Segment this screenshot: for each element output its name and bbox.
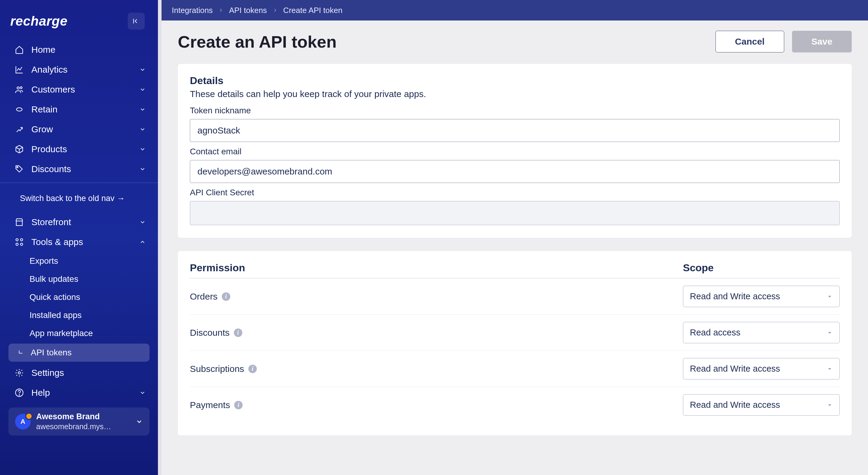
svg-point-0: [17, 87, 20, 89]
permission-col-header: Permission: [190, 262, 683, 274]
chevron-up-icon: [139, 239, 146, 245]
sidebar-item-customers[interactable]: Customers: [0, 80, 158, 99]
scope-select-subscriptions[interactable]: Read and Write access: [683, 358, 840, 379]
svg-point-9: [19, 395, 20, 395]
info-icon[interactable]: i: [234, 328, 242, 337]
permission-row-discounts: Discounts i Read access: [190, 315, 840, 351]
breadcrumb-separator-icon: [270, 7, 280, 13]
contact-email-input[interactable]: [190, 160, 840, 183]
sidebar-item-analytics[interactable]: Analytics: [0, 60, 158, 80]
select-value: Read and Write access: [690, 291, 780, 302]
sidebar-item-label: Settings: [31, 368, 146, 378]
caret-down-icon: [827, 330, 833, 336]
sidebar-subitem-bulk-updates[interactable]: Bulk updates: [0, 270, 158, 288]
permission-row-subscriptions: Subscriptions i Read and Write access: [190, 351, 840, 387]
permission-card: Permission Scope Orders i Read and Write…: [178, 251, 852, 436]
breadcrumb-integrations[interactable]: Integrations: [172, 6, 213, 15]
info-icon[interactable]: i: [222, 292, 230, 301]
store-avatar: A: [15, 414, 31, 430]
sidebar-item-retain[interactable]: Retain: [0, 99, 158, 119]
tools-icon: [14, 238, 25, 247]
info-icon[interactable]: i: [234, 401, 243, 409]
breadcrumb-separator-icon: [216, 7, 226, 13]
store-name: Awesome Brand: [36, 412, 130, 422]
sidebar-item-tools[interactable]: Tools & apps: [0, 232, 158, 252]
select-value: Read and Write access: [690, 364, 780, 374]
save-button[interactable]: Save: [792, 31, 852, 53]
help-icon: [14, 388, 25, 397]
svg-point-6: [21, 243, 23, 246]
caret-down-icon: [827, 293, 833, 299]
sidebar-item-label: API tokens: [31, 348, 71, 357]
token-nickname-input[interactable]: [190, 119, 840, 142]
sidebar-item-label: Home: [31, 44, 146, 55]
permission-name: Discounts: [190, 328, 230, 338]
sidebar-item-label: Tools & apps: [31, 237, 133, 247]
scope-select-payments[interactable]: Read and Write access: [683, 394, 840, 416]
storefront-icon: [14, 218, 25, 227]
sidebar-item-discounts[interactable]: Discounts: [0, 159, 158, 179]
permission-row-orders: Orders i Read and Write access: [190, 279, 840, 315]
breadcrumb: Integrations API tokens Create API token: [161, 0, 868, 21]
subitem-marker-icon: [18, 349, 25, 356]
card-subtitle: These details can help you keep track of…: [190, 89, 840, 99]
switch-old-nav-link[interactable]: Switch back to the old nav →: [0, 191, 158, 212]
analytics-icon: [14, 65, 25, 74]
permission-name: Subscriptions: [190, 364, 244, 374]
store-url: awesomebrand.mys…: [36, 422, 130, 431]
secret-label: API Client Secret: [190, 188, 840, 197]
permission-name: Payments: [190, 400, 230, 410]
sidebar-item-label: Products: [31, 144, 133, 154]
svg-point-3: [16, 239, 19, 241]
sidebar-item-help[interactable]: Help: [0, 383, 158, 403]
sidebar-subitem-api-tokens[interactable]: API tokens: [8, 344, 150, 362]
chevron-down-icon: [139, 66, 146, 73]
info-icon[interactable]: i: [248, 365, 257, 373]
sidebar-item-label: Retain: [31, 104, 133, 115]
sidebar-item-storefront[interactable]: Storefront: [0, 212, 158, 232]
store-switcher[interactable]: A Awesome Brand awesomebrand.mys…: [8, 408, 150, 436]
scope-select-orders[interactable]: Read and Write access: [683, 286, 840, 307]
chevron-down-icon: [135, 418, 143, 425]
sidebar-item-products[interactable]: Products: [0, 139, 158, 159]
sidebar-item-label: Help: [31, 388, 133, 398]
sidebar-subitem-installed-apps[interactable]: Installed apps: [0, 306, 158, 324]
cancel-button[interactable]: Cancel: [715, 31, 784, 53]
api-client-secret-input: [190, 201, 840, 225]
caret-down-icon: [827, 402, 833, 408]
details-card: Details These details can help you keep …: [178, 64, 852, 238]
chevron-down-icon: [139, 126, 146, 133]
sidebar-item-label: Analytics: [31, 64, 133, 75]
sidebar-item-label: Storefront: [31, 217, 133, 227]
sidebar-subitem-exports[interactable]: Exports: [0, 252, 158, 270]
grow-icon: [14, 125, 25, 134]
collapse-icon: [133, 18, 140, 25]
chevron-down-icon: [139, 146, 146, 153]
collapse-sidebar-button[interactable]: [128, 13, 145, 30]
sidebar-item-settings[interactable]: Settings: [0, 363, 158, 383]
svg-point-1: [20, 87, 22, 89]
chevron-down-icon: [139, 166, 146, 172]
sidebar-item-home[interactable]: Home: [0, 40, 158, 60]
sidebar-subitem-app-marketplace[interactable]: App marketplace: [0, 324, 158, 342]
discounts-icon: [14, 164, 25, 173]
card-title: Details: [190, 75, 840, 87]
sidebar-subitem-quick-actions[interactable]: Quick actions: [0, 288, 158, 306]
page-title: Create an API token: [178, 32, 715, 52]
customers-icon: [14, 85, 25, 94]
svg-point-5: [16, 243, 19, 246]
sidebar-item-grow[interactable]: Grow: [0, 119, 158, 139]
select-value: Read and Write access: [690, 400, 780, 410]
caret-down-icon: [827, 366, 833, 372]
sidebar-item-label: Discounts: [31, 164, 133, 174]
scope-select-discounts[interactable]: Read access: [683, 322, 840, 343]
permission-row-payments: Payments i Read and Write access: [190, 387, 840, 423]
brand-logo: recharge: [10, 13, 128, 29]
select-value: Read access: [690, 328, 741, 338]
breadcrumb-api-tokens[interactable]: API tokens: [229, 6, 267, 15]
sidebar: recharge Home Analytics: [0, 0, 158, 475]
email-label: Contact email: [190, 147, 840, 156]
home-icon: [14, 45, 25, 54]
products-icon: [14, 145, 25, 154]
breadcrumb-current: Create API token: [283, 6, 343, 15]
